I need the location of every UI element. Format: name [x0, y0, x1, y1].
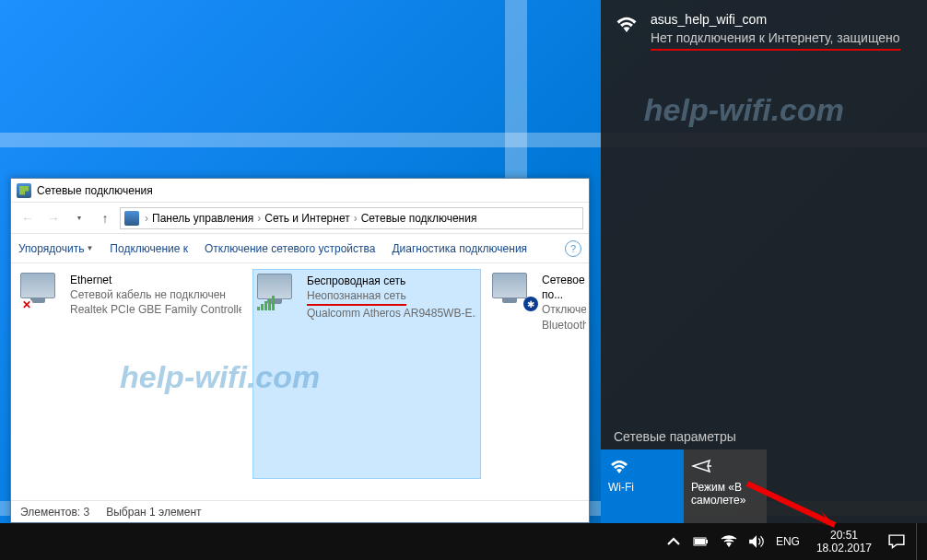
connection-bluetooth[interactable]: ✱ Сетевое по... Отключено Bluetooth D... [488, 269, 590, 479]
connection-title: Сетевое по... [542, 273, 586, 302]
breadcrumb-icon [124, 211, 139, 226]
action-center-icon[interactable] [888, 533, 905, 550]
clock[interactable]: 20:51 18.02.2017 [811, 529, 877, 555]
network-settings-link[interactable]: Сетевые параметры [614, 429, 736, 444]
help-icon[interactable]: ? [565, 240, 581, 257]
toolbar-organize[interactable]: Упорядочить ▼ [18, 242, 93, 255]
window-icon [17, 183, 31, 198]
tile-label: Wi-Fi [608, 481, 676, 494]
connection-title: Ethernet [70, 273, 241, 287]
show-desktop-button[interactable] [916, 523, 921, 560]
connection-ethernet[interactable]: ✕ Ethernet Сетевой кабель не подключен R… [17, 269, 245, 479]
connection-adapter: Qualcomm Atheros AR9485WB-E... [307, 306, 476, 321]
wireless-icon [257, 274, 301, 310]
disconnected-badge-icon: ✕ [20, 298, 33, 311]
connection-status: Неопознанная сеть [307, 288, 476, 306]
connection-title: Беспроводная сеть [307, 274, 476, 288]
breadcrumb-segment[interactable]: Панель управления [152, 212, 253, 225]
system-tray: ENG 20:51 18.02.2017 [660, 523, 927, 560]
nav-back-button[interactable]: ← [17, 207, 39, 229]
breadcrumb-segment[interactable]: Сетевые подключения [361, 212, 477, 225]
nav-forward-button[interactable]: → [42, 207, 65, 229]
breadcrumb[interactable]: › Панель управления › Сеть и Интернет › … [120, 207, 583, 229]
bluetooth-icon: ✱ [492, 273, 536, 309]
toolbar-connect-to[interactable]: Подключение к [110, 242, 188, 255]
nav-up-button[interactable]: ↑ [94, 207, 116, 229]
taskbar: ENG 20:51 18.02.2017 [0, 523, 927, 560]
connection-adapter: Bluetooth D... [542, 318, 586, 332]
wifi-tile[interactable]: Wi-Fi [601, 449, 684, 523]
connections-area: ✕ Ethernet Сетевой кабель не подключен R… [11, 263, 589, 484]
wifi-tray-icon[interactable] [721, 533, 737, 550]
clock-date: 18.02.2017 [816, 542, 872, 554]
address-bar: ← → ▾ ↑ › Панель управления › Сеть и Инт… [11, 203, 589, 234]
language-indicator[interactable]: ENG [776, 535, 800, 548]
network-status: Нет подключения к Интернету, защищено [651, 29, 900, 52]
flyout-tiles: Wi-Fi Режим «В самолете» [601, 449, 767, 523]
tile-label: Режим «В самолете» [691, 481, 759, 507]
svg-rect-2 [695, 539, 705, 544]
svg-rect-1 [706, 540, 708, 543]
network-flyout: asus_help_wifi_com Нет подключения к Инт… [601, 0, 927, 523]
toolbar-diagnose[interactable]: Диагностика подключения [392, 242, 527, 255]
status-bar: Элементов: 3 Выбран 1 элемент [11, 500, 589, 522]
ethernet-icon: ✕ [20, 273, 65, 309]
chevron-right-icon: › [145, 212, 148, 225]
chevron-right-icon: › [354, 212, 358, 225]
chevron-down-icon: ▼ [86, 244, 93, 252]
connection-status: Отключено [542, 302, 586, 317]
airplane-icon [691, 457, 713, 475]
status-count: Элементов: 3 [20, 506, 89, 519]
wifi-icon [614, 13, 640, 33]
breadcrumb-segment[interactable]: Сеть и Интернет [264, 212, 349, 225]
connection-adapter: Realtek PCIe GBE Family Controller [70, 302, 241, 317]
airplane-mode-tile[interactable]: Режим «В самолете» [684, 449, 767, 523]
network-name: asus_help_wifi_com [651, 11, 900, 29]
battery-icon[interactable] [693, 533, 710, 550]
wifi-signal-icon [257, 296, 275, 310]
bluetooth-badge-icon: ✱ [523, 297, 538, 311]
window-title: Сетевые подключения [37, 184, 153, 197]
nav-dropdown-button[interactable]: ▾ [68, 207, 90, 229]
window-titlebar[interactable]: Сетевые подключения [11, 179, 589, 203]
clock-time: 20:51 [816, 529, 872, 542]
network-entry[interactable]: asus_help_wifi_com Нет подключения к Инт… [601, 0, 927, 62]
network-connections-window: Сетевые подключения ← → ▾ ↑ › Панель упр… [10, 178, 590, 523]
volume-icon[interactable] [748, 533, 765, 550]
connection-wireless[interactable]: Беспроводная сеть Неопознанная сеть Qual… [252, 269, 481, 479]
wifi-icon [608, 457, 630, 475]
toolbar-disable-device[interactable]: Отключение сетевого устройства [205, 242, 375, 255]
status-selection: Выбран 1 элемент [106, 506, 201, 519]
tray-chevron-up-icon[interactable] [665, 533, 682, 550]
toolbar: Упорядочить ▼ Подключение к Отключение с… [11, 234, 589, 263]
connection-status: Сетевой кабель не подключен [70, 287, 241, 302]
chevron-right-icon: › [257, 212, 261, 225]
